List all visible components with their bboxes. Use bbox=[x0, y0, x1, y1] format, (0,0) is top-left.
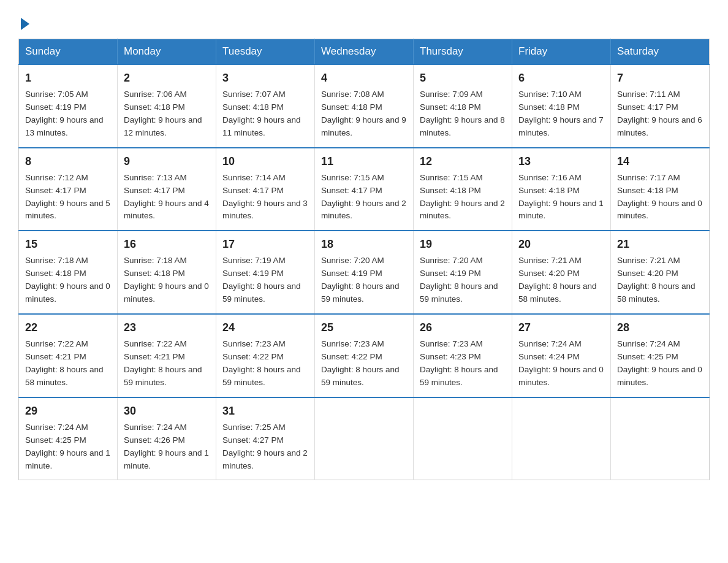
day-info: Sunrise: 7:24 AMSunset: 4:24 PMDaylight:… bbox=[518, 338, 604, 389]
calendar-day-cell: 29Sunrise: 7:24 AMSunset: 4:25 PMDayligh… bbox=[19, 397, 118, 480]
calendar-day-cell: 14Sunrise: 7:17 AMSunset: 4:18 PMDayligh… bbox=[611, 148, 710, 231]
day-number: 21 bbox=[617, 236, 703, 253]
calendar-day-cell: 13Sunrise: 7:16 AMSunset: 4:18 PMDayligh… bbox=[512, 148, 611, 231]
day-info: Sunrise: 7:17 AMSunset: 4:18 PMDaylight:… bbox=[617, 172, 703, 223]
day-number: 5 bbox=[420, 70, 506, 86]
calendar-day-cell: 22Sunrise: 7:22 AMSunset: 4:21 PMDayligh… bbox=[19, 314, 118, 397]
day-info: Sunrise: 7:08 AMSunset: 4:18 PMDaylight:… bbox=[321, 88, 407, 140]
calendar-day-cell: 28Sunrise: 7:24 AMSunset: 4:25 PMDayligh… bbox=[611, 314, 710, 397]
column-header-wednesday: Wednesday bbox=[315, 39, 414, 65]
logo bbox=[18, 16, 29, 28]
calendar-day-cell: 5Sunrise: 7:09 AMSunset: 4:18 PMDaylight… bbox=[414, 64, 512, 148]
calendar-table: SundayMondayTuesdayWednesdayThursdayFrid… bbox=[18, 39, 710, 480]
calendar-day-cell: 15Sunrise: 7:18 AMSunset: 4:18 PMDayligh… bbox=[19, 231, 118, 314]
day-number: 27 bbox=[518, 320, 604, 336]
calendar-day-cell: 18Sunrise: 7:20 AMSunset: 4:19 PMDayligh… bbox=[315, 231, 414, 314]
day-number: 2 bbox=[124, 70, 210, 86]
day-number: 6 bbox=[518, 70, 604, 86]
column-header-friday: Friday bbox=[512, 39, 611, 65]
day-number: 4 bbox=[321, 70, 407, 86]
day-number: 18 bbox=[321, 236, 407, 253]
calendar-day-cell: 24Sunrise: 7:23 AMSunset: 4:22 PMDayligh… bbox=[216, 314, 315, 397]
day-number: 1 bbox=[25, 70, 111, 86]
day-number: 20 bbox=[518, 236, 604, 253]
day-number: 22 bbox=[25, 320, 111, 336]
day-info: Sunrise: 7:21 AMSunset: 4:20 PMDaylight:… bbox=[518, 255, 604, 306]
calendar-week-row: 29Sunrise: 7:24 AMSunset: 4:25 PMDayligh… bbox=[19, 397, 710, 480]
calendar-day-cell: 4Sunrise: 7:08 AMSunset: 4:18 PMDaylight… bbox=[315, 64, 414, 148]
day-info: Sunrise: 7:07 AMSunset: 4:18 PMDaylight:… bbox=[222, 88, 308, 140]
calendar-week-row: 22Sunrise: 7:22 AMSunset: 4:21 PMDayligh… bbox=[19, 314, 710, 397]
calendar-day-cell: 12Sunrise: 7:15 AMSunset: 4:18 PMDayligh… bbox=[414, 148, 512, 231]
day-number: 9 bbox=[124, 153, 210, 170]
day-number: 10 bbox=[222, 153, 308, 170]
day-number: 3 bbox=[222, 70, 308, 86]
calendar-day-cell: 7Sunrise: 7:11 AMSunset: 4:17 PMDaylight… bbox=[611, 64, 710, 148]
day-number: 16 bbox=[124, 236, 210, 253]
day-number: 26 bbox=[420, 320, 506, 336]
column-header-monday: Monday bbox=[118, 39, 216, 65]
day-number: 12 bbox=[420, 153, 506, 170]
calendar-day-cell: 23Sunrise: 7:22 AMSunset: 4:21 PMDayligh… bbox=[118, 314, 216, 397]
day-number: 24 bbox=[222, 320, 308, 336]
calendar-day-cell: 17Sunrise: 7:19 AMSunset: 4:19 PMDayligh… bbox=[216, 231, 315, 314]
calendar-day-cell bbox=[315, 397, 414, 480]
day-number: 23 bbox=[124, 320, 210, 336]
day-info: Sunrise: 7:21 AMSunset: 4:20 PMDaylight:… bbox=[617, 255, 703, 306]
calendar-day-cell: 26Sunrise: 7:23 AMSunset: 4:23 PMDayligh… bbox=[414, 314, 512, 397]
day-info: Sunrise: 7:18 AMSunset: 4:18 PMDaylight:… bbox=[124, 255, 210, 306]
calendar-day-cell: 9Sunrise: 7:13 AMSunset: 4:17 PMDaylight… bbox=[118, 148, 216, 231]
column-header-sunday: Sunday bbox=[19, 39, 118, 65]
calendar-day-cell: 8Sunrise: 7:12 AMSunset: 4:17 PMDaylight… bbox=[19, 148, 118, 231]
calendar-header-row: SundayMondayTuesdayWednesdayThursdayFrid… bbox=[19, 39, 710, 65]
calendar-week-row: 1Sunrise: 7:05 AMSunset: 4:19 PMDaylight… bbox=[19, 64, 710, 148]
logo-arrow-icon bbox=[21, 18, 29, 30]
day-info: Sunrise: 7:24 AMSunset: 4:25 PMDaylight:… bbox=[617, 338, 703, 389]
day-number: 25 bbox=[321, 320, 407, 336]
calendar-day-cell: 2Sunrise: 7:06 AMSunset: 4:18 PMDaylight… bbox=[118, 64, 216, 148]
calendar-day-cell: 1Sunrise: 7:05 AMSunset: 4:19 PMDaylight… bbox=[19, 64, 118, 148]
column-header-tuesday: Tuesday bbox=[216, 39, 315, 65]
day-number: 29 bbox=[25, 403, 111, 419]
day-info: Sunrise: 7:19 AMSunset: 4:19 PMDaylight:… bbox=[222, 255, 308, 306]
day-info: Sunrise: 7:15 AMSunset: 4:17 PMDaylight:… bbox=[321, 172, 407, 223]
day-info: Sunrise: 7:18 AMSunset: 4:18 PMDaylight:… bbox=[25, 255, 111, 306]
calendar-day-cell: 3Sunrise: 7:07 AMSunset: 4:18 PMDaylight… bbox=[216, 64, 315, 148]
day-info: Sunrise: 7:23 AMSunset: 4:22 PMDaylight:… bbox=[321, 338, 407, 389]
calendar-day-cell: 27Sunrise: 7:24 AMSunset: 4:24 PMDayligh… bbox=[512, 314, 611, 397]
day-info: Sunrise: 7:22 AMSunset: 4:21 PMDaylight:… bbox=[124, 338, 210, 389]
day-info: Sunrise: 7:13 AMSunset: 4:17 PMDaylight:… bbox=[124, 172, 210, 223]
calendar-day-cell bbox=[512, 397, 611, 480]
day-number: 8 bbox=[25, 153, 111, 170]
calendar-day-cell: 6Sunrise: 7:10 AMSunset: 4:18 PMDaylight… bbox=[512, 64, 611, 148]
column-header-saturday: Saturday bbox=[611, 39, 710, 65]
calendar-day-cell: 31Sunrise: 7:25 AMSunset: 4:27 PMDayligh… bbox=[216, 397, 315, 480]
day-number: 13 bbox=[518, 153, 604, 170]
day-number: 30 bbox=[124, 403, 210, 419]
calendar-week-row: 8Sunrise: 7:12 AMSunset: 4:17 PMDaylight… bbox=[19, 148, 710, 231]
day-info: Sunrise: 7:16 AMSunset: 4:18 PMDaylight:… bbox=[518, 172, 604, 223]
day-number: 28 bbox=[617, 320, 703, 336]
day-info: Sunrise: 7:09 AMSunset: 4:18 PMDaylight:… bbox=[420, 88, 506, 140]
day-number: 19 bbox=[420, 236, 506, 253]
calendar-day-cell: 19Sunrise: 7:20 AMSunset: 4:19 PMDayligh… bbox=[414, 231, 512, 314]
day-info: Sunrise: 7:20 AMSunset: 4:19 PMDaylight:… bbox=[321, 255, 407, 306]
day-info: Sunrise: 7:05 AMSunset: 4:19 PMDaylight:… bbox=[25, 88, 111, 140]
column-header-thursday: Thursday bbox=[414, 39, 512, 65]
calendar-day-cell: 25Sunrise: 7:23 AMSunset: 4:22 PMDayligh… bbox=[315, 314, 414, 397]
day-info: Sunrise: 7:20 AMSunset: 4:19 PMDaylight:… bbox=[420, 255, 506, 306]
calendar-day-cell: 10Sunrise: 7:14 AMSunset: 4:17 PMDayligh… bbox=[216, 148, 315, 231]
day-info: Sunrise: 7:11 AMSunset: 4:17 PMDaylight:… bbox=[617, 88, 703, 140]
calendar-week-row: 15Sunrise: 7:18 AMSunset: 4:18 PMDayligh… bbox=[19, 231, 710, 314]
calendar-day-cell: 11Sunrise: 7:15 AMSunset: 4:17 PMDayligh… bbox=[315, 148, 414, 231]
day-number: 31 bbox=[222, 403, 308, 419]
day-number: 11 bbox=[321, 153, 407, 170]
day-number: 7 bbox=[617, 70, 703, 86]
day-info: Sunrise: 7:24 AMSunset: 4:26 PMDaylight:… bbox=[124, 421, 210, 473]
day-info: Sunrise: 7:12 AMSunset: 4:17 PMDaylight:… bbox=[25, 172, 111, 223]
day-number: 17 bbox=[222, 236, 308, 253]
calendar-day-cell bbox=[414, 397, 512, 480]
day-info: Sunrise: 7:15 AMSunset: 4:18 PMDaylight:… bbox=[420, 172, 506, 223]
calendar-day-cell: 21Sunrise: 7:21 AMSunset: 4:20 PMDayligh… bbox=[611, 231, 710, 314]
calendar-day-cell bbox=[611, 397, 710, 480]
